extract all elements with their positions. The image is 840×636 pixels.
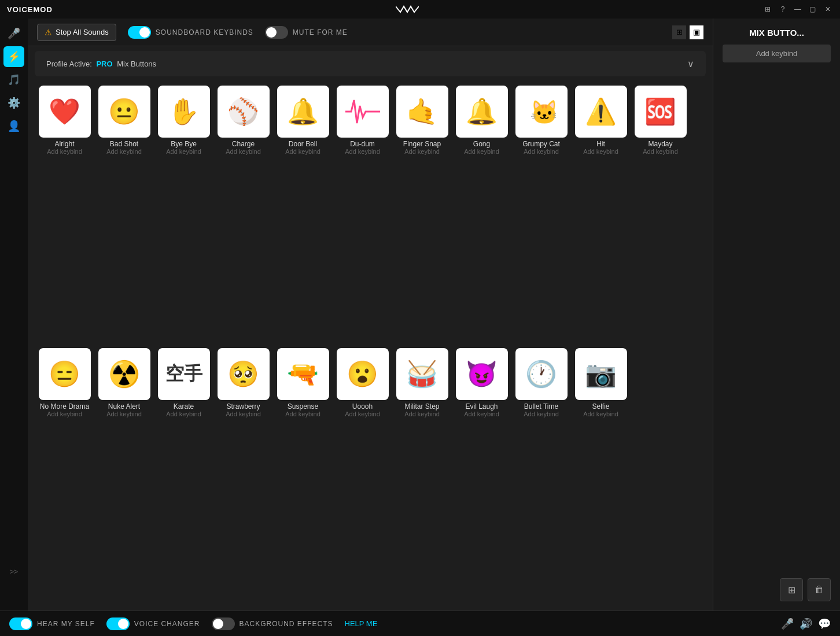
profile-active-label: Profile Active: bbox=[46, 60, 92, 68]
sound-keybind[interactable]: Add keybind bbox=[47, 148, 82, 155]
sound-keybind[interactable]: Add keybind bbox=[285, 411, 320, 417]
profile-name: Mix Buttons bbox=[117, 60, 156, 68]
sound-item[interactable]: 📷SelfieAdd keybind bbox=[573, 348, 628, 606]
sound-keybind[interactable]: Add keybind bbox=[524, 411, 559, 417]
sound-item[interactable]: 😮UooohAdd keybind bbox=[335, 348, 390, 606]
sound-item[interactable]: 🔔Door BellAdd keybind bbox=[275, 86, 330, 343]
copy-button[interactable]: ⊞ bbox=[780, 578, 803, 601]
sound-item[interactable]: 🥺StrawberryAdd keybind bbox=[216, 348, 271, 606]
sound-name: Suspense bbox=[288, 402, 318, 411]
soundboard-keybinds-label: SOUNDBOARD KEYBINDS bbox=[156, 28, 253, 36]
sidebar-item-mic[interactable]: 🎤 bbox=[3, 23, 24, 44]
sound-keybind[interactable]: Add keybind bbox=[464, 148, 499, 155]
sound-icon-box: 🐱 bbox=[515, 86, 568, 138]
sound-keybind[interactable]: Add keybind bbox=[583, 411, 618, 417]
sound-keybind[interactable]: Add keybind bbox=[106, 411, 142, 417]
sound-keybind[interactable]: Add keybind bbox=[166, 148, 201, 155]
help-me-link[interactable]: HELP ME bbox=[345, 619, 378, 628]
sound-item[interactable]: ⚠️HitAdd keybind bbox=[573, 86, 628, 343]
soundboard-keybinds-toggle-group: SOUNDBOARD KEYBINDS bbox=[128, 26, 253, 39]
sound-keybind[interactable]: Add keybind bbox=[47, 411, 82, 417]
sound-item[interactable]: Du-dumAdd keybind bbox=[335, 86, 390, 343]
sound-item[interactable]: 😈Evil LaughAdd keybind bbox=[454, 348, 509, 606]
sound-icon-box: 🔫 bbox=[277, 348, 329, 400]
sound-item[interactable]: 😐Bad ShotAdd keybind bbox=[97, 86, 152, 343]
sound-name: Mayday bbox=[648, 140, 672, 148]
maximize-icon[interactable]: ▢ bbox=[808, 4, 818, 14]
add-keybind-button[interactable]: Add keybind bbox=[723, 45, 831, 62]
bottom-right-icons: 🎤 🔊 💬 bbox=[781, 617, 831, 630]
sound-icon-box: 😑 bbox=[39, 348, 91, 400]
mute-for-me-toggle[interactable] bbox=[265, 26, 288, 39]
voice-changer-label: VOICE CHANGER bbox=[134, 620, 200, 628]
sidebar: 🎤 ⚡ 🎵 ⚙️ 👤 >> bbox=[0, 19, 28, 611]
profile-bar[interactable]: Profile Active: PRO Mix Buttons ∨ bbox=[35, 51, 706, 76]
sound-keybind[interactable]: Add keybind bbox=[643, 148, 678, 155]
chat-icon[interactable]: 💬 bbox=[818, 617, 831, 630]
sound-name: No More Drama bbox=[40, 402, 89, 411]
sound-keybind[interactable]: Add keybind bbox=[464, 411, 499, 417]
sidebar-item-soundboard[interactable]: ⚡ bbox=[3, 46, 24, 67]
grid-view-button[interactable]: ⊞ bbox=[672, 25, 686, 39]
sidebar-expand-btn[interactable]: >> bbox=[10, 568, 18, 576]
sound-item[interactable]: 🔔GongAdd keybind bbox=[454, 86, 509, 343]
sound-item[interactable]: 🕐Bullet TimeAdd keybind bbox=[514, 348, 569, 606]
sound-keybind[interactable]: Add keybind bbox=[524, 148, 559, 155]
sound-item[interactable]: 🆘MaydayAdd keybind bbox=[633, 86, 688, 343]
sound-keybind[interactable]: Add keybind bbox=[226, 411, 261, 417]
sound-icon-box: 🔔 bbox=[456, 86, 508, 138]
microphone-icon[interactable]: 🎤 bbox=[781, 617, 794, 630]
sound-keybind[interactable]: Add keybind bbox=[404, 148, 440, 155]
sound-item[interactable]: ✋Bye ByeAdd keybind bbox=[156, 86, 211, 343]
delete-button[interactable]: 🗑 bbox=[808, 578, 831, 601]
sound-item[interactable]: 空手KarateAdd keybind bbox=[156, 348, 211, 606]
close-icon[interactable]: ✕ bbox=[823, 4, 833, 14]
sound-icon-box: 🕐 bbox=[515, 348, 568, 400]
sound-icon-box: 🔔 bbox=[277, 86, 329, 138]
sound-item[interactable]: 😑No More DramaAdd keybind bbox=[37, 348, 92, 606]
sound-keybind[interactable]: Add keybind bbox=[583, 148, 618, 155]
stop-sounds-button[interactable]: ⚠ Stop All Sounds bbox=[37, 24, 116, 41]
sound-icon-box: ✋ bbox=[158, 86, 210, 138]
hear-myself-toggle[interactable] bbox=[9, 617, 32, 630]
volume-icon[interactable]: 🔊 bbox=[800, 617, 812, 630]
sound-keybind[interactable]: Add keybind bbox=[285, 148, 320, 155]
background-effects-label: BACKGROUND EFFECTS bbox=[240, 620, 333, 628]
list-view-button[interactable]: ▣ bbox=[690, 25, 703, 39]
sound-item[interactable]: ⚾ChargeAdd keybind bbox=[216, 86, 271, 343]
sidebar-item-settings[interactable]: ⚙️ bbox=[3, 93, 24, 113]
app-body: 🎤 ⚡ 🎵 ⚙️ 👤 >> ⚠ Stop All Sounds SOUNDBOA… bbox=[0, 19, 840, 611]
sound-item[interactable]: 🤙Finger SnapAdd keybind bbox=[395, 86, 450, 343]
sound-icon-box: ❤️ bbox=[39, 86, 91, 138]
hear-myself-toggle-group: HEAR MY SELF bbox=[9, 617, 95, 630]
screenshot-icon[interactable]: ⊞ bbox=[762, 4, 773, 14]
minimize-icon[interactable]: — bbox=[793, 4, 803, 14]
sound-item[interactable]: 🥁Militar StepAdd keybind bbox=[395, 348, 450, 606]
sound-icon-box: 🥁 bbox=[396, 348, 448, 400]
sound-keybind[interactable]: Add keybind bbox=[166, 411, 201, 417]
sound-item[interactable]: 🐱Grumpy CatAdd keybind bbox=[514, 86, 569, 343]
sidebar-item-profile[interactable]: 👤 bbox=[3, 116, 24, 136]
voice-changer-toggle[interactable] bbox=[106, 617, 130, 630]
sound-icon-box: 空手 bbox=[158, 348, 210, 400]
sound-name: Karate bbox=[174, 402, 194, 411]
sound-keybind[interactable]: Add keybind bbox=[345, 411, 380, 417]
sound-keybind[interactable]: Add keybind bbox=[226, 148, 261, 155]
background-effects-toggle-group: BACKGROUND EFFECTS bbox=[212, 617, 333, 630]
sound-keybind[interactable]: Add keybind bbox=[106, 148, 142, 155]
bottom-bar: HEAR MY SELF VOICE CHANGER BACKGROUND EF… bbox=[0, 611, 840, 636]
sound-icon-box: 🥺 bbox=[218, 348, 270, 400]
sound-item[interactable]: ☢️Nuke AlertAdd keybind bbox=[97, 348, 152, 606]
background-effects-toggle[interactable] bbox=[212, 617, 235, 630]
sound-item[interactable]: ❤️AlrightAdd keybind bbox=[37, 86, 92, 343]
help-icon[interactable]: ? bbox=[778, 4, 788, 14]
sound-keybind[interactable]: Add keybind bbox=[404, 411, 440, 417]
sidebar-item-music[interactable]: 🎵 bbox=[3, 69, 24, 90]
sound-name: Bye Bye bbox=[171, 140, 197, 148]
sound-name: Uoooh bbox=[352, 402, 373, 411]
vm-logo-icon bbox=[396, 3, 419, 15]
sound-item[interactable]: 🔫SuspenseAdd keybind bbox=[275, 348, 330, 606]
sound-keybind[interactable]: Add keybind bbox=[345, 148, 380, 155]
right-panel-bottom: ⊞ 🗑 bbox=[723, 578, 831, 601]
soundboard-keybinds-toggle[interactable] bbox=[128, 26, 151, 39]
